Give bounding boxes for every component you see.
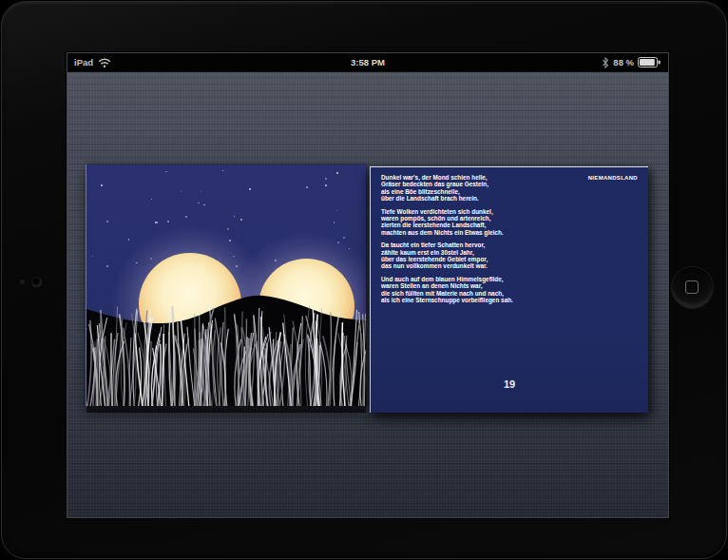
book-page-left[interactable]: [86, 164, 366, 406]
chapter-title: NIEMANDSLAND: [588, 175, 638, 181]
battery-icon: [638, 57, 661, 68]
status-bar: iPad 3:58 PM: [67, 53, 668, 72]
poem-stanza: Dunkel war's, der Mond schien helle,Gräs…: [381, 174, 513, 203]
ambient-sensor: [20, 280, 25, 284]
poem-line: als eine Böe blitzeschnelle,: [381, 188, 513, 195]
home-button-icon: [685, 280, 699, 294]
clock-label: 3:58 PM: [351, 57, 385, 68]
poem-stanza: Da taucht ein tiefer Schatten hervor,zäh…: [381, 241, 513, 270]
poem-line: waren Stellen an denen Nichts war,: [381, 282, 513, 289]
poem-line: Gräser bedeckten das graue Gestein,: [381, 181, 513, 187]
grass-blade: [111, 333, 112, 406]
home-button[interactable]: [671, 266, 714, 309]
poem-line: zählte kaum erst ein 30stel Jahr,: [381, 249, 513, 256]
page-number: 19: [371, 378, 648, 390]
poem-line: Da taucht ein tiefer Schatten hervor,: [381, 241, 513, 248]
poem-line: über die Landschaft brach herein.: [381, 195, 513, 202]
poem-line: waren pompös, schön und artenreich,: [381, 215, 513, 222]
ipad-bezel: iPad 3:58 PM: [1, 1, 727, 559]
front-camera: [31, 277, 42, 287]
grass-svg: [86, 164, 366, 406]
poem-line: Und auch auf dem blauen Himmelsgefilde,: [381, 276, 513, 282]
poem-line: Tiefe Wolken verdichteten sich dunkel,: [381, 208, 513, 215]
book-spread: NIEMANDSLAND Dunkel war's, der Mond schi…: [86, 164, 648, 417]
poem-line: die sich füllten mit Materie nach und na…: [381, 290, 513, 297]
poem-line: über das leerstehende Gebiet empor,: [381, 256, 513, 262]
stage: iPad 3:58 PM: [0, 0, 728, 560]
book-page-right[interactable]: NIEMANDSLAND Dunkel war's, der Mond schi…: [370, 166, 648, 413]
ipad-screen: iPad 3:58 PM: [67, 52, 669, 518]
status-bar-clock: 3:58 PM: [67, 53, 668, 71]
poem-line: zierten die leerstehende Landschaft,: [381, 222, 513, 228]
bluetooth-icon: [602, 57, 609, 68]
poem-line: Dunkel war's, der Mond schien helle,: [381, 174, 513, 181]
poem-line: als ich eine Sternschnuppe vorbeifliegen…: [381, 297, 513, 303]
status-bar-right: 88 %: [602, 53, 661, 71]
poem-stanza: Tiefe Wolken verdichteten sich dunkel,wa…: [381, 208, 513, 237]
reader-app-background: NIEMANDSLAND Dunkel war's, der Mond schi…: [67, 72, 668, 517]
poem-stanza: Und auch auf dem blauen Himmelsgefilde,w…: [381, 276, 513, 304]
poem-line: das nun vollkommen verdunkelt war.: [381, 262, 513, 269]
poem-line: machten aus dem Nichts ein Etwas gleich.: [381, 229, 513, 236]
battery-percent-label: 88 %: [613, 57, 634, 68]
poem: Dunkel war's, der Mond schien helle,Gräs…: [381, 174, 513, 310]
